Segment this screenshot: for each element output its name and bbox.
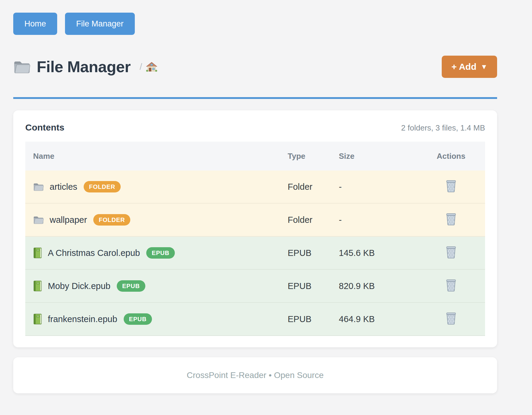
file-name-cell: articles FOLDER <box>25 181 288 192</box>
file-actions-cell <box>417 212 485 228</box>
file-size: 820.9 KB <box>339 281 417 291</box>
nav-file-manager-button[interactable]: File Manager <box>65 13 135 35</box>
breadcrumb: / <box>140 61 158 72</box>
column-header-name: Name <box>25 152 288 161</box>
file-name[interactable]: wallpaper <box>50 215 87 225</box>
file-name[interactable]: frankenstein.epub <box>48 314 117 324</box>
contents-summary: 2 folders, 3 files, 1.4 MB <box>401 123 485 133</box>
table-row[interactable]: Moby Dick.epub EPUB EPUB 820.9 KB <box>25 270 485 303</box>
file-type-badge: FOLDER <box>84 181 121 192</box>
file-name-cell: Moby Dick.epub EPUB <box>25 280 288 292</box>
file-name-cell: wallpaper FOLDER <box>25 214 288 226</box>
page-title: File Manager <box>37 58 131 76</box>
contents-card: Contents 2 folders, 3 files, 1.4 MB Name… <box>13 110 497 347</box>
delete-button[interactable] <box>444 179 458 194</box>
table-body: articles FOLDER Folder - wallpaper FOLDE… <box>25 171 485 336</box>
footer-card: CrossPoint E-Reader • Open Source <box>13 357 497 393</box>
column-header-type: Type <box>288 152 339 161</box>
breadcrumb-separator: / <box>140 62 142 72</box>
title-row: File Manager / + Add ▼ <box>13 56 497 78</box>
file-name[interactable]: Moby Dick.epub <box>48 281 110 291</box>
nav-home-button[interactable]: Home <box>13 13 57 35</box>
title-divider <box>13 97 497 99</box>
files-table: Name Type Size Actions articles FOLDER F… <box>25 142 485 336</box>
file-type-badge: EPUB <box>146 247 175 259</box>
add-button-label: + Add <box>451 61 476 72</box>
file-name[interactable]: articles <box>50 182 77 192</box>
table-row[interactable]: articles FOLDER Folder - <box>25 171 485 204</box>
file-type: Folder <box>288 215 339 225</box>
file-type: EPUB <box>288 314 339 324</box>
file-name-cell: A Christmas Carol.epub EPUB <box>25 247 288 259</box>
file-type-badge: EPUB <box>117 280 145 292</box>
trash-icon <box>446 246 456 259</box>
contents-title: Contents <box>25 122 64 133</box>
trash-icon <box>446 312 456 325</box>
file-actions-cell <box>417 179 485 195</box>
trash-icon <box>446 279 456 292</box>
home-icon[interactable] <box>146 61 158 72</box>
file-actions-cell <box>417 278 485 294</box>
page: Home File Manager File Manager / + Add ▼… <box>13 0 497 393</box>
green-book-icon <box>33 314 42 324</box>
file-size: 145.6 KB <box>339 248 417 258</box>
folder-icon <box>33 182 44 191</box>
delete-button[interactable] <box>444 245 458 260</box>
table-header-row: Name Type Size Actions <box>25 142 485 171</box>
caret-down-icon: ▼ <box>481 63 487 70</box>
green-book-icon <box>33 247 42 258</box>
table-row[interactable]: wallpaper FOLDER Folder - <box>25 204 485 237</box>
footer-text: CrossPoint E-Reader • Open Source <box>13 370 497 380</box>
trash-icon <box>446 180 456 192</box>
title-group: File Manager / <box>13 58 442 76</box>
folder-icon <box>33 215 44 224</box>
delete-button[interactable] <box>444 311 458 326</box>
file-type-badge: EPUB <box>124 313 152 325</box>
delete-button[interactable] <box>444 278 458 293</box>
contents-card-header: Contents 2 folders, 3 files, 1.4 MB <box>25 122 485 133</box>
file-actions-cell <box>417 311 485 327</box>
add-button[interactable]: + Add ▼ <box>442 56 497 78</box>
delete-button[interactable] <box>444 212 458 227</box>
file-size: 464.9 KB <box>339 314 417 324</box>
file-type: Folder <box>288 182 339 192</box>
trash-icon <box>446 213 456 226</box>
file-type-badge: FOLDER <box>93 214 130 226</box>
table-row[interactable]: frankenstein.epub EPUB EPUB 464.9 KB <box>25 303 485 336</box>
column-header-size: Size <box>339 152 417 161</box>
table-row[interactable]: A Christmas Carol.epub EPUB EPUB 145.6 K… <box>25 237 485 270</box>
file-size: - <box>339 215 417 225</box>
file-type: EPUB <box>288 281 339 291</box>
file-name[interactable]: A Christmas Carol.epub <box>48 248 140 258</box>
file-name-cell: frankenstein.epub EPUB <box>25 313 288 325</box>
file-actions-cell <box>417 245 485 261</box>
file-type: EPUB <box>288 248 339 258</box>
folder-icon <box>13 60 31 74</box>
top-nav: Home File Manager <box>13 0 497 35</box>
green-book-icon <box>33 281 42 291</box>
file-size: - <box>339 182 417 192</box>
column-header-actions: Actions <box>417 152 485 161</box>
